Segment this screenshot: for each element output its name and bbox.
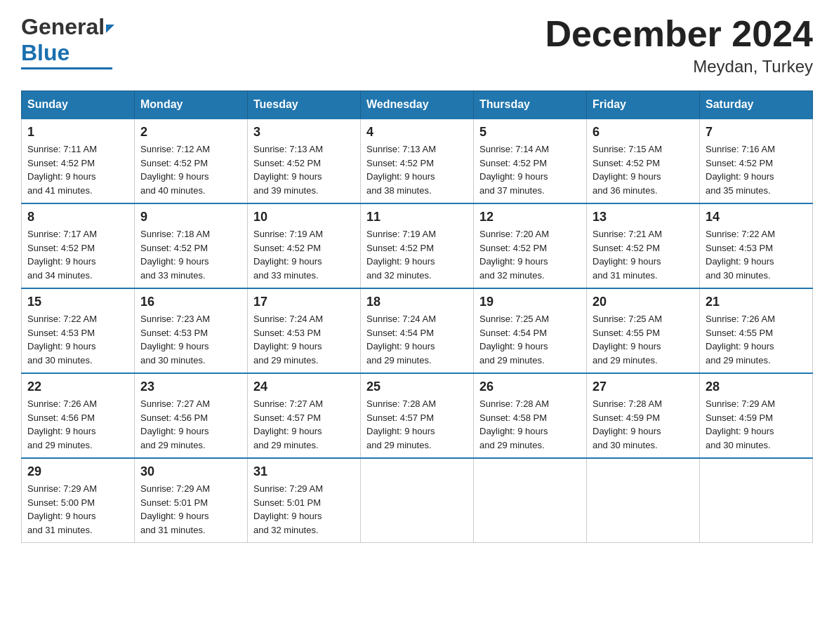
day-number: 19 [479,295,581,309]
day-info: Sunrise: 7:25 AM Sunset: 4:54 PM Dayligh… [479,314,549,365]
calendar-cell: 23 Sunrise: 7:27 AM Sunset: 4:56 PM Dayl… [135,373,248,458]
calendar-cell: 6 Sunrise: 7:15 AM Sunset: 4:52 PM Dayli… [587,119,700,203]
calendar-cell: 28 Sunrise: 7:29 AM Sunset: 4:59 PM Dayl… [700,373,813,458]
day-number: 12 [479,210,581,224]
day-info: Sunrise: 7:23 AM Sunset: 4:53 PM Dayligh… [140,314,210,365]
day-number: 18 [366,295,468,309]
day-info: Sunrise: 7:20 AM Sunset: 4:52 PM Dayligh… [479,229,549,281]
day-info: Sunrise: 7:13 AM Sunset: 4:52 PM Dayligh… [366,144,436,196]
day-number: 4 [366,125,468,140]
col-saturday: Saturday [700,91,813,119]
logo-text: General [21,14,114,40]
day-info: Sunrise: 7:29 AM Sunset: 4:59 PM Dayligh… [706,398,775,450]
col-thursday: Thursday [474,91,587,119]
day-info: Sunrise: 7:29 AM Sunset: 5:00 PM Dayligh… [27,483,97,535]
day-number: 8 [27,210,128,224]
day-number: 10 [253,210,355,224]
day-number: 15 [27,295,128,309]
day-number: 2 [140,125,241,140]
day-number: 30 [140,464,241,479]
day-number: 6 [593,125,694,140]
day-number: 31 [253,464,355,479]
day-info: Sunrise: 7:29 AM Sunset: 5:01 PM Dayligh… [140,483,210,535]
calendar-cell: 19 Sunrise: 7:25 AM Sunset: 4:54 PM Dayl… [474,288,587,373]
calendar-cell: 10 Sunrise: 7:19 AM Sunset: 4:52 PM Dayl… [248,203,361,288]
calendar-cell [587,458,700,543]
header-row: Sunday Monday Tuesday Wednesday Thursday… [22,91,813,119]
col-sunday: Sunday [22,91,135,119]
week-row-2: 8 Sunrise: 7:17 AM Sunset: 4:52 PM Dayli… [22,203,813,288]
day-number: 22 [27,380,128,394]
logo-blue-text: Blue [21,40,70,66]
day-info: Sunrise: 7:26 AM Sunset: 4:55 PM Dayligh… [706,314,775,365]
calendar-cell: 24 Sunrise: 7:27 AM Sunset: 4:57 PM Dayl… [248,373,361,458]
calendar-cell: 22 Sunrise: 7:26 AM Sunset: 4:56 PM Dayl… [22,373,135,458]
calendar-cell: 3 Sunrise: 7:13 AM Sunset: 4:52 PM Dayli… [248,119,361,203]
calendar-cell: 15 Sunrise: 7:22 AM Sunset: 4:53 PM Dayl… [22,288,135,373]
calendar-cell: 16 Sunrise: 7:23 AM Sunset: 4:53 PM Dayl… [135,288,248,373]
calendar-cell: 27 Sunrise: 7:28 AM Sunset: 4:59 PM Dayl… [587,373,700,458]
col-wednesday: Wednesday [361,91,474,119]
day-number: 29 [27,464,128,479]
day-info: Sunrise: 7:12 AM Sunset: 4:52 PM Dayligh… [140,144,210,196]
day-number: 21 [706,295,807,309]
col-friday: Friday [587,91,700,119]
calendar-cell: 2 Sunrise: 7:12 AM Sunset: 4:52 PM Dayli… [135,119,248,203]
day-info: Sunrise: 7:27 AM Sunset: 4:56 PM Dayligh… [140,398,210,450]
calendar-cell: 7 Sunrise: 7:16 AM Sunset: 4:52 PM Dayli… [700,119,813,203]
day-info: Sunrise: 7:13 AM Sunset: 4:52 PM Dayligh… [253,144,323,196]
calendar-cell [700,458,813,543]
day-number: 25 [366,380,468,394]
day-info: Sunrise: 7:16 AM Sunset: 4:52 PM Dayligh… [706,144,775,196]
day-number: 24 [253,380,355,394]
day-number: 28 [706,380,807,394]
day-info: Sunrise: 7:15 AM Sunset: 4:52 PM Dayligh… [593,144,662,196]
day-info: Sunrise: 7:21 AM Sunset: 4:52 PM Dayligh… [593,229,662,281]
day-info: Sunrise: 7:28 AM Sunset: 4:58 PM Dayligh… [479,398,549,450]
calendar-cell: 21 Sunrise: 7:26 AM Sunset: 4:55 PM Dayl… [700,288,813,373]
day-info: Sunrise: 7:22 AM Sunset: 4:53 PM Dayligh… [706,229,775,281]
day-number: 13 [593,210,694,224]
day-info: Sunrise: 7:22 AM Sunset: 4:53 PM Dayligh… [27,314,97,365]
day-info: Sunrise: 7:24 AM Sunset: 4:53 PM Dayligh… [253,314,323,365]
calendar-cell: 11 Sunrise: 7:19 AM Sunset: 4:52 PM Dayl… [361,203,474,288]
calendar-cell: 25 Sunrise: 7:28 AM Sunset: 4:57 PM Dayl… [361,373,474,458]
calendar-cell: 20 Sunrise: 7:25 AM Sunset: 4:55 PM Dayl… [587,288,700,373]
title-area: December 2024 Meydan, Turkey [545,14,813,76]
month-title: December 2024 [545,14,813,54]
day-number: 23 [140,380,241,394]
week-row-4: 22 Sunrise: 7:26 AM Sunset: 4:56 PM Dayl… [22,373,813,458]
col-tuesday: Tuesday [248,91,361,119]
calendar-table: Sunday Monday Tuesday Wednesday Thursday… [21,90,813,543]
day-number: 16 [140,295,241,309]
day-number: 14 [706,210,807,224]
calendar-cell: 31 Sunrise: 7:29 AM Sunset: 5:01 PM Dayl… [248,458,361,543]
day-number: 27 [593,380,694,394]
day-info: Sunrise: 7:27 AM Sunset: 4:57 PM Dayligh… [253,398,323,450]
day-info: Sunrise: 7:11 AM Sunset: 4:52 PM Dayligh… [27,144,97,196]
day-number: 9 [140,210,241,224]
calendar-cell: 9 Sunrise: 7:18 AM Sunset: 4:52 PM Dayli… [135,203,248,288]
calendar-cell: 18 Sunrise: 7:24 AM Sunset: 4:54 PM Dayl… [361,288,474,373]
calendar-cell: 13 Sunrise: 7:21 AM Sunset: 4:52 PM Dayl… [587,203,700,288]
calendar-cell: 29 Sunrise: 7:29 AM Sunset: 5:00 PM Dayl… [22,458,135,543]
calendar-cell: 26 Sunrise: 7:28 AM Sunset: 4:58 PM Dayl… [474,373,587,458]
day-info: Sunrise: 7:18 AM Sunset: 4:52 PM Dayligh… [140,229,210,281]
week-row-3: 15 Sunrise: 7:22 AM Sunset: 4:53 PM Dayl… [22,288,813,373]
day-info: Sunrise: 7:17 AM Sunset: 4:52 PM Dayligh… [27,229,97,281]
day-info: Sunrise: 7:29 AM Sunset: 5:01 PM Dayligh… [253,483,323,535]
calendar-cell: 30 Sunrise: 7:29 AM Sunset: 5:01 PM Dayl… [135,458,248,543]
week-row-5: 29 Sunrise: 7:29 AM Sunset: 5:00 PM Dayl… [22,458,813,543]
logo-underline [21,67,112,69]
day-info: Sunrise: 7:26 AM Sunset: 4:56 PM Dayligh… [27,398,97,450]
calendar-cell: 14 Sunrise: 7:22 AM Sunset: 4:53 PM Dayl… [700,203,813,288]
day-number: 5 [479,125,581,140]
calendar-cell: 4 Sunrise: 7:13 AM Sunset: 4:52 PM Dayli… [361,119,474,203]
calendar-cell [474,458,587,543]
calendar-cell: 12 Sunrise: 7:20 AM Sunset: 4:52 PM Dayl… [474,203,587,288]
calendar-cell: 17 Sunrise: 7:24 AM Sunset: 4:53 PM Dayl… [248,288,361,373]
day-number: 26 [479,380,581,394]
week-row-1: 1 Sunrise: 7:11 AM Sunset: 4:52 PM Dayli… [22,119,813,203]
calendar-cell: 5 Sunrise: 7:14 AM Sunset: 4:52 PM Dayli… [474,119,587,203]
day-number: 11 [366,210,468,224]
